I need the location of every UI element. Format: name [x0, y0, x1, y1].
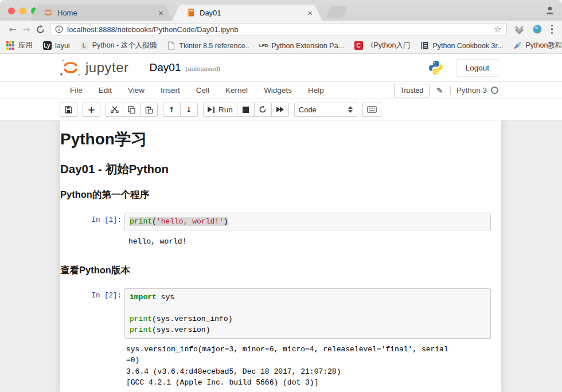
cut-cell-button[interactable]	[106, 103, 123, 117]
jupyter-logo-icon[interactable]	[59, 58, 82, 77]
menu-item-view[interactable]: View	[120, 86, 153, 95]
tab-day01[interactable]: Day01 ×	[172, 5, 322, 21]
bookmark-item-layui[interactable]: Ly layui	[42, 41, 70, 50]
output-prompt	[68, 343, 124, 389]
paste-icon	[145, 106, 153, 113]
arrow-down-icon: ↓	[186, 105, 192, 114]
logout-button[interactable]: Logout	[456, 59, 498, 77]
select-arrows-icon	[348, 106, 353, 113]
heading-first-program[interactable]: Python的第一个程序	[60, 189, 501, 200]
cell-output-2: sys.version_info(major=3, minor=6, micro…	[124, 343, 451, 389]
menu-item-kernel[interactable]: Kernel	[217, 86, 256, 95]
cell-type-value: Code	[299, 105, 317, 114]
heading-day01[interactable]: Day01 - 初始Python	[60, 162, 501, 176]
bookmark-label: Python - 这个人很懒	[92, 41, 157, 50]
site-info-icon[interactable]	[55, 25, 63, 33]
traffic-lights	[8, 7, 38, 14]
arrow-up-icon: ↑	[169, 105, 175, 114]
code-input-2[interactable]: import sys print(sys.version_info)print(…	[124, 288, 491, 339]
run-cell-button[interactable]: Run	[203, 103, 237, 117]
reload-button[interactable]	[36, 25, 45, 34]
restart-kernel-button[interactable]	[254, 103, 272, 117]
bookmark-star-icon[interactable]: ☆	[494, 24, 501, 34]
lfd-text-icon: LFD	[259, 41, 268, 50]
bookmark-label: Python教程	[525, 41, 562, 50]
copy-cell-button[interactable]	[123, 103, 140, 117]
kernel-name: Python 3	[456, 86, 487, 95]
minimize-window-button[interactable]	[19, 7, 26, 14]
bookmark-item-tkinter[interactable]: Tkinter 8.5 reference..	[166, 41, 249, 50]
browser-address-row: ← → localhost:8888/notebooks/PythonCode/…	[0, 21, 562, 38]
tab-day01-close-icon[interactable]: ×	[306, 8, 314, 18]
url-text[interactable]: localhost:8888/notebooks/PythonCode/Day0…	[67, 25, 239, 34]
code-input-1[interactable]: print('hello, world!')	[124, 213, 491, 230]
menu-item-file[interactable]: File	[63, 86, 91, 95]
jupyter-wordmark[interactable]: jupyter	[85, 60, 129, 76]
tab-home-close-icon[interactable]: ×	[157, 8, 165, 18]
edit-mode-pencil-icon: ✎	[436, 86, 443, 95]
new-tab-button[interactable]	[326, 6, 348, 18]
plus-icon: +	[88, 104, 95, 115]
stop-icon	[243, 107, 249, 113]
extension-chevron-icon[interactable]	[514, 25, 524, 34]
jupyter-header: jupyter Day01 (autosaved) Logout	[0, 54, 562, 81]
tab-home-label: Home	[57, 9, 157, 17]
cell-type-select[interactable]: Code	[294, 103, 357, 117]
heading-python-study[interactable]: Python学习	[60, 131, 501, 148]
python-logo-icon	[428, 60, 444, 76]
tab-day01-label: Day01	[200, 9, 306, 17]
url-bar[interactable]: localhost:8888/notebooks/PythonCode/Day0…	[50, 23, 507, 36]
bookmark-item-apps[interactable]: 应用	[6, 41, 33, 50]
bookmark-item-python-extension[interactable]: LFD Python Extension Pa...	[259, 41, 344, 50]
code-cell-2[interactable]: In [2]: import sys print(sys.version_inf…	[65, 285, 494, 392]
back-button[interactable]: ←	[6, 24, 19, 35]
interrupt-kernel-button[interactable]	[237, 103, 255, 117]
save-button[interactable]	[60, 103, 77, 117]
forward-button[interactable]: →	[19, 24, 33, 35]
apps-grid-icon	[6, 41, 15, 50]
bookmark-item-python-intro[interactable]: C 《Python入门	[354, 41, 410, 50]
menu-item-insert[interactable]: Insert	[153, 86, 188, 95]
trusted-badge[interactable]: Trusted	[394, 84, 430, 97]
page-icon	[166, 41, 175, 50]
command-palette-button[interactable]	[362, 103, 381, 117]
cell-output-1: hello, world!	[127, 235, 453, 248]
close-window-button[interactable]	[8, 7, 15, 14]
bookmark-label: 应用	[18, 41, 33, 50]
keyboard-icon	[367, 106, 377, 113]
menu-item-edit[interactable]: Edit	[91, 86, 120, 95]
globe-extension-icon[interactable]	[532, 24, 543, 34]
menu-item-help[interactable]: Help	[300, 86, 332, 95]
bookmark-label: layui	[55, 42, 70, 50]
browser-menu-icon[interactable]	[551, 25, 553, 34]
paste-cell-button[interactable]	[140, 103, 158, 117]
add-cell-button[interactable]: +	[83, 103, 100, 117]
bookmark-item-python-tutorial[interactable]: Python教程	[513, 41, 562, 50]
restart-icon	[259, 105, 267, 113]
bookmark-item-python-blog[interactable]: L Python - 这个人很懒	[80, 41, 157, 50]
code-cell-1[interactable]: In [1]: print('hello, world!') hello, wo…	[65, 209, 494, 251]
bookmark-label: 《Python入门	[366, 41, 410, 50]
heading-check-version[interactable]: 查看Python版本	[60, 265, 501, 276]
fast-forward-icon	[276, 107, 284, 112]
tab-home[interactable]: Home ×	[30, 5, 173, 21]
notebook-title[interactable]: Day01	[150, 61, 181, 74]
copy-icon	[128, 106, 135, 113]
rocket-icon	[513, 41, 522, 50]
input-prompt: In [1]:	[68, 213, 124, 230]
notebook-toolbar: +	[0, 99, 562, 120]
menu-item-widgets[interactable]: Widgets	[256, 86, 300, 95]
run-label: Run	[218, 105, 233, 114]
move-cell-up-button[interactable]: ↑	[163, 103, 181, 117]
bookmark-label: Python Cookbook 3r...	[432, 42, 503, 50]
move-cell-down-button[interactable]: ↓	[180, 103, 198, 117]
restart-run-all-button[interactable]	[271, 103, 289, 117]
menu-item-cell[interactable]: Cell	[188, 86, 217, 95]
bookmarks-bar: 应用 Ly layui L Python - 这个人很懒 Tkinter 8.5…	[0, 38, 562, 54]
bookmark-item-cookbook[interactable]: Python Cookbook 3r...	[420, 41, 503, 50]
profile-icon[interactable]	[545, 5, 555, 15]
letter-l-icon: L	[80, 41, 89, 50]
bookmark-label: Python Extension Pa...	[272, 42, 344, 50]
scissors-icon	[111, 106, 119, 113]
notebook-menubar: File Edit View Insert Cell Kernel Widget…	[0, 81, 562, 99]
